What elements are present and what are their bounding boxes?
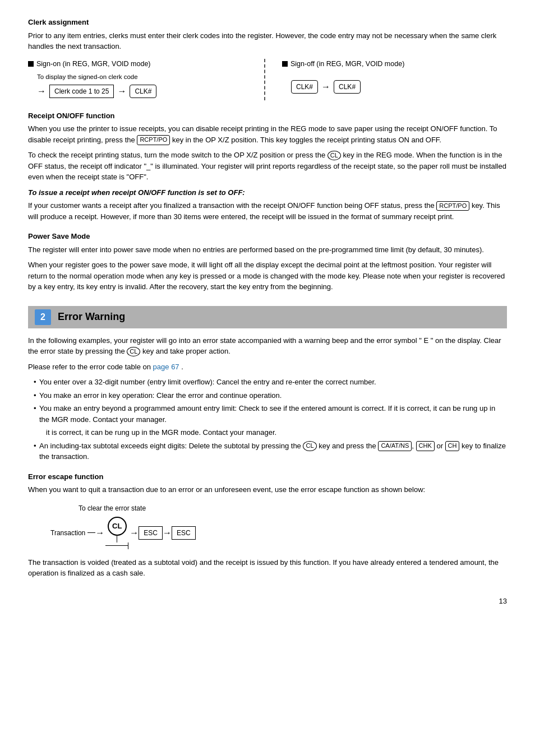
error-escape-title: Error escape function [28, 471, 507, 483]
sign-on-half: Sign-on (in REG, MGR, VOID mode) To disp… [28, 59, 264, 100]
arrow1: → [37, 87, 46, 96]
error-warning-number: 2 [35, 309, 51, 325]
caatns-key: CA/AT/NS [378, 441, 412, 451]
cl-circle: CL [108, 517, 127, 536]
sign-on-sublabel: To display the signed-on clerk code [37, 72, 253, 82]
receipt-para2: To check the receipt printing status, tu… [28, 150, 507, 183]
esc-box2: ESC [172, 526, 196, 540]
error-warning-intro: In the following examples, your register… [28, 335, 507, 357]
error-escape-para1: When you want to quit a transaction due … [28, 484, 507, 495]
receipt-para1: When you use the printer to issue receip… [28, 123, 507, 145]
clk-key-box-right: CLK# [334, 80, 361, 94]
sign-on-label: Sign-on (in REG, MGR, VOID mode) [28, 59, 253, 69]
page-67-link[interactable]: page 67 [153, 363, 179, 371]
escape-arrow2: → [130, 528, 139, 537]
page-number: 13 [28, 596, 507, 607]
sign-off-flow: CLK# → CLK# [291, 80, 361, 94]
transaction-label: Transaction [50, 528, 85, 538]
bullet-3-indent: it is correct, it can be rung up in the … [34, 427, 507, 438]
sign-off-bullet [282, 61, 288, 67]
clerk-diagram-area: Sign-on (in REG, MGR, VOID mode) To disp… [28, 59, 507, 100]
error-escape-section: Error escape function When you want to q… [28, 471, 507, 579]
ch-key: CH [445, 441, 460, 451]
receipt-title: Receipt ON/OFF function [28, 110, 507, 122]
clerk-assignment-para1: Prior to any item entries, clerks must e… [28, 30, 507, 52]
escape-to-clear: To clear the error state [79, 503, 146, 513]
sign-off-label: Sign-off (in REG, MGR, VOID mode) [282, 59, 404, 69]
clerk-code-box: Clerk code 1 to 25 [49, 85, 114, 98]
error-bullet-list: You enter over a 32-digit number (entry … [34, 377, 507, 462]
error-warning-header: 2 Error Warning [28, 306, 507, 328]
escape-arrow3: → [163, 528, 172, 537]
cl-key-bullet4: CL [303, 441, 316, 451]
clerk-assignment-title: Clerk assignment [28, 17, 507, 28]
power-save-para2: When your register goes to the power sav… [28, 259, 507, 293]
bullet-4: An including-tax subtotal exceeds eight … [34, 440, 507, 462]
power-save-para1: The register will enter into power save … [28, 244, 507, 256]
error-page-ref: Please refer to the error code table on … [28, 361, 507, 373]
escape-diagram: To clear the error state Transaction → C… [28, 503, 507, 549]
arrow2: → [117, 87, 126, 96]
arrow3: → [321, 82, 330, 91]
power-save-title: Power Save Mode [28, 231, 507, 242]
receipt-italic-bold: To issue a receipt when receipt ON/OFF f… [28, 187, 507, 198]
bullet-2: You make an error in key operation: Clea… [34, 390, 507, 401]
clk-key-box-left: CLK# [291, 80, 318, 94]
esc-box1: ESC [139, 526, 163, 540]
rcptpo-key2: RCPT/PO [436, 201, 469, 211]
error-warning-title: Error Warning [58, 309, 125, 324]
rcptpo-key: RCPT/PO [137, 135, 170, 145]
receipt-para3: If your customer wants a receipt after y… [28, 200, 507, 222]
escape-arrow1: → [95, 528, 104, 537]
cl-key-error: CL [127, 347, 140, 356]
clk-key-box: CLK# [130, 85, 156, 98]
clerk-assignment-section: Clerk assignment Prior to any item entri… [28, 17, 507, 100]
bullet-1: You enter over a 32-digit number (entry … [34, 377, 507, 388]
bullet-3: You make an entry beyond a programmed am… [34, 403, 507, 425]
sign-on-flow: → Clerk code 1 to 25 → CLK# [37, 85, 253, 98]
error-escape-para2: The transaction is voided (treated as a … [28, 557, 507, 579]
power-save-section: Power Save Mode The register will enter … [28, 231, 507, 293]
receipt-section: Receipt ON/OFF function When you use the… [28, 110, 507, 222]
chk-key: CHK [416, 441, 435, 451]
error-warning-section: In the following examples, your register… [28, 335, 507, 462]
sign-off-half: Sign-off (in REG, MGR, VOID mode) CLK# →… [264, 59, 507, 100]
cl-key-inline: CL [328, 151, 341, 160]
sign-on-bullet [28, 61, 34, 67]
